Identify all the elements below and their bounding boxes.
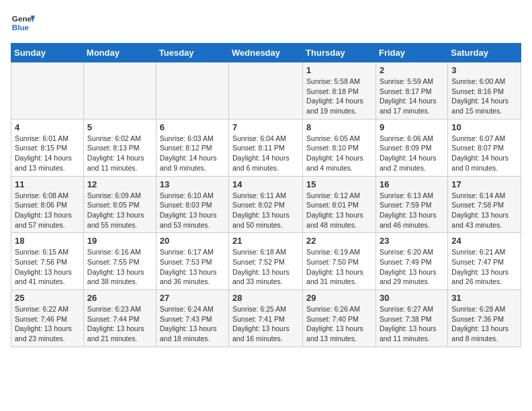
day-detail: Sunrise: 5:59 AM Sunset: 8:17 PM Dayligh…: [380, 77, 444, 116]
day-detail: Sunrise: 6:15 AM Sunset: 7:56 PM Dayligh…: [15, 247, 80, 287]
day-number: 12: [87, 179, 152, 189]
day-cell: [229, 62, 303, 120]
day-number: 19: [87, 236, 152, 246]
day-number: 23: [380, 236, 444, 246]
day-number: 14: [232, 179, 299, 189]
day-number: 2: [380, 65, 444, 75]
day-detail: Sunrise: 6:21 AM Sunset: 7:47 PM Dayligh…: [451, 247, 517, 287]
day-detail: Sunrise: 6:19 AM Sunset: 7:50 PM Dayligh…: [306, 247, 372, 287]
day-number: 4: [15, 122, 80, 132]
day-detail: Sunrise: 6:16 AM Sunset: 7:55 PM Dayligh…: [87, 247, 152, 287]
day-number: 25: [15, 293, 80, 303]
day-cell: 18Sunrise: 6:15 AM Sunset: 7:56 PM Dayli…: [11, 233, 84, 290]
day-number: 16: [380, 179, 444, 189]
day-detail: Sunrise: 6:17 AM Sunset: 7:53 PM Dayligh…: [160, 247, 225, 287]
day-detail: Sunrise: 6:14 AM Sunset: 7:58 PM Dayligh…: [451, 191, 517, 230]
day-detail: Sunrise: 6:24 AM Sunset: 7:43 PM Dayligh…: [160, 304, 225, 344]
day-detail: Sunrise: 6:13 AM Sunset: 7:59 PM Dayligh…: [380, 191, 444, 230]
day-cell: 22Sunrise: 6:19 AM Sunset: 7:50 PM Dayli…: [303, 233, 376, 290]
day-cell: 3Sunrise: 6:00 AM Sunset: 8:16 PM Daylig…: [448, 62, 521, 120]
column-header-saturday: Saturday: [448, 44, 521, 62]
day-number: 18: [15, 236, 80, 246]
day-number: 3: [451, 65, 517, 75]
day-cell: 25Sunrise: 6:22 AM Sunset: 7:46 PM Dayli…: [11, 290, 84, 347]
day-number: 27: [160, 293, 225, 303]
day-number: 7: [232, 122, 299, 132]
day-number: 13: [160, 179, 225, 189]
day-cell: 10Sunrise: 6:07 AM Sunset: 8:07 PM Dayli…: [448, 119, 521, 176]
day-detail: Sunrise: 6:00 AM Sunset: 8:16 PM Dayligh…: [451, 77, 517, 116]
week-row-5: 25Sunrise: 6:22 AM Sunset: 7:46 PM Dayli…: [11, 290, 521, 347]
column-header-tuesday: Tuesday: [156, 44, 228, 62]
day-number: 6: [160, 122, 225, 132]
day-cell: 30Sunrise: 6:27 AM Sunset: 7:38 PM Dayli…: [375, 290, 447, 347]
logo: General Blue: [11, 11, 35, 35]
day-cell: 7Sunrise: 6:04 AM Sunset: 8:11 PM Daylig…: [229, 119, 303, 176]
day-detail: Sunrise: 6:12 AM Sunset: 8:01 PM Dayligh…: [306, 191, 372, 230]
day-number: 17: [451, 179, 517, 189]
day-cell: 5Sunrise: 6:02 AM Sunset: 8:13 PM Daylig…: [83, 119, 156, 176]
day-cell: 4Sunrise: 6:01 AM Sunset: 8:15 PM Daylig…: [11, 119, 84, 176]
day-detail: Sunrise: 6:23 AM Sunset: 7:44 PM Dayligh…: [87, 304, 152, 344]
day-cell: 26Sunrise: 6:23 AM Sunset: 7:44 PM Dayli…: [83, 290, 156, 347]
day-cell: 2Sunrise: 5:59 AM Sunset: 8:17 PM Daylig…: [375, 62, 447, 120]
column-header-sunday: Sunday: [11, 44, 84, 62]
day-cell: 27Sunrise: 6:24 AM Sunset: 7:43 PM Dayli…: [156, 290, 228, 347]
calendar-header-row: SundayMondayTuesdayWednesdayThursdayFrid…: [11, 44, 521, 62]
day-cell: 20Sunrise: 6:17 AM Sunset: 7:53 PM Dayli…: [156, 233, 228, 290]
day-number: 29: [306, 293, 372, 303]
day-detail: Sunrise: 6:06 AM Sunset: 8:09 PM Dayligh…: [380, 134, 444, 173]
calendar-table: SundayMondayTuesdayWednesdayThursdayFrid…: [11, 43, 521, 347]
day-cell: 24Sunrise: 6:21 AM Sunset: 7:47 PM Dayli…: [448, 233, 521, 290]
day-cell: 8Sunrise: 6:05 AM Sunset: 8:10 PM Daylig…: [303, 119, 376, 176]
column-header-thursday: Thursday: [303, 44, 376, 62]
day-cell: 9Sunrise: 6:06 AM Sunset: 8:09 PM Daylig…: [375, 119, 447, 176]
column-header-friday: Friday: [375, 44, 447, 62]
calendar-body: 1Sunrise: 5:58 AM Sunset: 8:18 PM Daylig…: [11, 62, 521, 347]
day-cell: 6Sunrise: 6:03 AM Sunset: 8:12 PM Daylig…: [156, 119, 228, 176]
day-cell: 11Sunrise: 6:08 AM Sunset: 8:06 PM Dayli…: [11, 176, 84, 233]
day-number: 1: [306, 65, 372, 75]
day-cell: [83, 62, 156, 120]
day-cell: 1Sunrise: 5:58 AM Sunset: 8:18 PM Daylig…: [303, 62, 376, 120]
day-cell: 16Sunrise: 6:13 AM Sunset: 7:59 PM Dayli…: [375, 176, 447, 233]
day-cell: 13Sunrise: 6:10 AM Sunset: 8:03 PM Dayli…: [156, 176, 228, 233]
day-detail: Sunrise: 6:07 AM Sunset: 8:07 PM Dayligh…: [451, 134, 517, 173]
day-number: 9: [380, 122, 444, 132]
day-detail: Sunrise: 6:26 AM Sunset: 7:40 PM Dayligh…: [306, 304, 372, 344]
day-number: 22: [306, 236, 372, 246]
day-number: 24: [451, 236, 517, 246]
day-detail: Sunrise: 6:09 AM Sunset: 8:05 PM Dayligh…: [87, 191, 152, 230]
day-number: 15: [306, 179, 372, 189]
day-cell: 19Sunrise: 6:16 AM Sunset: 7:55 PM Dayli…: [83, 233, 156, 290]
day-cell: 23Sunrise: 6:20 AM Sunset: 7:49 PM Dayli…: [375, 233, 447, 290]
day-detail: Sunrise: 6:02 AM Sunset: 8:13 PM Dayligh…: [87, 134, 152, 173]
day-detail: Sunrise: 6:11 AM Sunset: 8:02 PM Dayligh…: [232, 191, 299, 230]
day-detail: Sunrise: 6:18 AM Sunset: 7:52 PM Dayligh…: [232, 247, 299, 287]
day-detail: Sunrise: 5:58 AM Sunset: 8:18 PM Dayligh…: [306, 77, 372, 116]
day-detail: Sunrise: 6:20 AM Sunset: 7:49 PM Dayligh…: [380, 247, 444, 287]
day-number: 8: [306, 122, 372, 132]
day-number: 5: [87, 122, 152, 132]
day-detail: Sunrise: 6:10 AM Sunset: 8:03 PM Dayligh…: [160, 191, 225, 230]
day-detail: Sunrise: 6:22 AM Sunset: 7:46 PM Dayligh…: [15, 304, 80, 344]
day-cell: 15Sunrise: 6:12 AM Sunset: 8:01 PM Dayli…: [303, 176, 376, 233]
day-detail: Sunrise: 6:01 AM Sunset: 8:15 PM Dayligh…: [15, 134, 80, 173]
week-row-3: 11Sunrise: 6:08 AM Sunset: 8:06 PM Dayli…: [11, 176, 521, 233]
day-cell: 14Sunrise: 6:11 AM Sunset: 8:02 PM Dayli…: [229, 176, 303, 233]
day-cell: 28Sunrise: 6:25 AM Sunset: 7:41 PM Dayli…: [229, 290, 303, 347]
day-cell: 12Sunrise: 6:09 AM Sunset: 8:05 PM Dayli…: [83, 176, 156, 233]
day-number: 10: [451, 122, 517, 132]
day-detail: Sunrise: 6:28 AM Sunset: 7:36 PM Dayligh…: [451, 304, 517, 344]
day-cell: [156, 62, 228, 120]
week-row-1: 1Sunrise: 5:58 AM Sunset: 8:18 PM Daylig…: [11, 62, 521, 120]
svg-text:Blue: Blue: [12, 23, 30, 32]
day-cell: [11, 62, 84, 120]
day-number: 11: [15, 179, 80, 189]
day-number: 30: [380, 293, 444, 303]
day-number: 21: [232, 236, 299, 246]
day-cell: 29Sunrise: 6:26 AM Sunset: 7:40 PM Dayli…: [303, 290, 376, 347]
day-cell: 31Sunrise: 6:28 AM Sunset: 7:36 PM Dayli…: [448, 290, 521, 347]
day-detail: Sunrise: 6:25 AM Sunset: 7:41 PM Dayligh…: [232, 304, 299, 344]
day-detail: Sunrise: 6:08 AM Sunset: 8:06 PM Dayligh…: [15, 191, 80, 230]
